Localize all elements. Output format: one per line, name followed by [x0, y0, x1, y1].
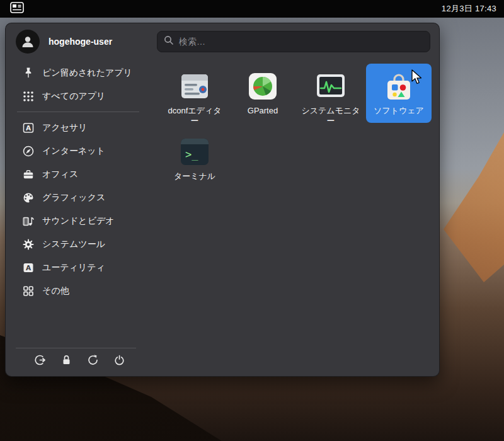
utilities-icon: A	[22, 261, 35, 274]
app-label: ターミナル	[174, 171, 215, 181]
app-label: システムモニター	[300, 106, 362, 126]
logout-button[interactable]	[33, 355, 46, 367]
sidebar-item-label: アクセサリ	[42, 122, 88, 134]
sidebar-category-other[interactable]: その他	[13, 279, 143, 302]
sidebar-category-internet[interactable]: インターネット	[13, 139, 143, 163]
app-tile-gparted[interactable]: GParted	[230, 64, 295, 123]
sidebar-item-label: システムツール	[42, 239, 105, 250]
app-tile-dconf-editor[interactable]: dconfエディター	[162, 64, 227, 123]
session-row	[33, 355, 125, 367]
app-tile-system-monitor[interactable]: システムモニター	[298, 64, 364, 123]
app-label: ソフトウェア	[374, 106, 424, 116]
app-label: GParted	[248, 106, 278, 116]
sidebar-category-system-tools[interactable]: システムツール	[13, 232, 143, 256]
gparted-icon	[245, 69, 280, 104]
system-tools-icon	[22, 238, 35, 251]
mouse-cursor	[411, 69, 426, 88]
system-monitor-icon	[313, 69, 348, 104]
other-icon	[22, 285, 35, 297]
sidebar-category-utilities[interactable]: A ユーティリティ	[13, 256, 143, 279]
sidebar-item-all-apps[interactable]: すべてのアプリ	[13, 84, 143, 108]
sidebar-item-label: すべてのアプリ	[42, 91, 105, 102]
applications-menu-panel: hogehoge-user ピン留めされたアプリ	[5, 23, 440, 377]
power-icon	[113, 354, 125, 369]
sound-video-icon	[22, 215, 35, 227]
sidebar-category-office[interactable]: オフィス	[13, 163, 143, 186]
sidebar-item-label: その他	[42, 285, 69, 297]
sidebar-item-label: ユーティリティ	[42, 262, 105, 273]
app-label: dconfエディター	[164, 106, 226, 126]
lock-screen-button[interactable]	[60, 355, 72, 367]
sidebar-item-label: サウンドとビデオ	[42, 215, 115, 227]
session-divider	[16, 348, 136, 348]
sidebar-category-sound-video[interactable]: サウンドとビデオ	[13, 209, 143, 232]
svg-text:A: A	[26, 264, 32, 272]
clock-applet[interactable]: 12月3日 17:43	[442, 3, 496, 14]
username-label: hogehoge-user	[49, 37, 112, 47]
search-input[interactable]	[179, 37, 423, 47]
restart-button[interactable]	[86, 355, 99, 367]
sidebar-item-label: グラフィックス	[42, 192, 105, 203]
top-panel: 12月3日 17:43	[0, 0, 504, 18]
restart-icon	[87, 354, 99, 369]
svg-text:>_: >_	[185, 148, 198, 161]
menu-icon	[10, 2, 24, 16]
grid-icon	[22, 90, 35, 103]
accessories-icon: A	[22, 122, 35, 134]
person-icon	[20, 34, 35, 49]
sidebar-divider	[17, 112, 139, 112]
shutdown-button[interactable]	[113, 355, 125, 367]
pin-icon	[22, 67, 35, 79]
internet-icon	[22, 145, 35, 158]
office-icon	[22, 168, 35, 181]
sidebar-category-accessories[interactable]: A アクセサリ	[13, 116, 143, 139]
sidebar-item-label: ピン留めされたアプリ	[42, 67, 132, 79]
svg-text:A: A	[26, 124, 32, 132]
sidebar-category-graphics[interactable]: グラフィックス	[13, 186, 143, 209]
search-icon	[164, 35, 174, 48]
dconf-editor-icon	[177, 69, 212, 104]
user-avatar	[16, 30, 40, 54]
sidebar-item-label: インターネット	[42, 146, 105, 157]
logout-icon	[34, 354, 46, 369]
graphics-icon	[22, 192, 35, 204]
app-tile-terminal[interactable]: >_ ターミナル	[162, 129, 227, 188]
sidebar-item-pinned-apps[interactable]: ピン留めされたアプリ	[13, 61, 143, 84]
sidebar-item-label: オフィス	[42, 169, 78, 180]
lock-icon	[60, 354, 72, 369]
menu-sidebar: ピン留めされたアプリ すべてのアプリ A アクセサリ	[13, 61, 143, 302]
user-area[interactable]: hogehoge-user	[16, 30, 112, 54]
terminal-icon: >_	[177, 134, 212, 169]
search-box	[157, 31, 430, 52]
applications-menu-button[interactable]	[8, 2, 26, 16]
app-grid: dconfエディター GParted	[162, 64, 434, 195]
